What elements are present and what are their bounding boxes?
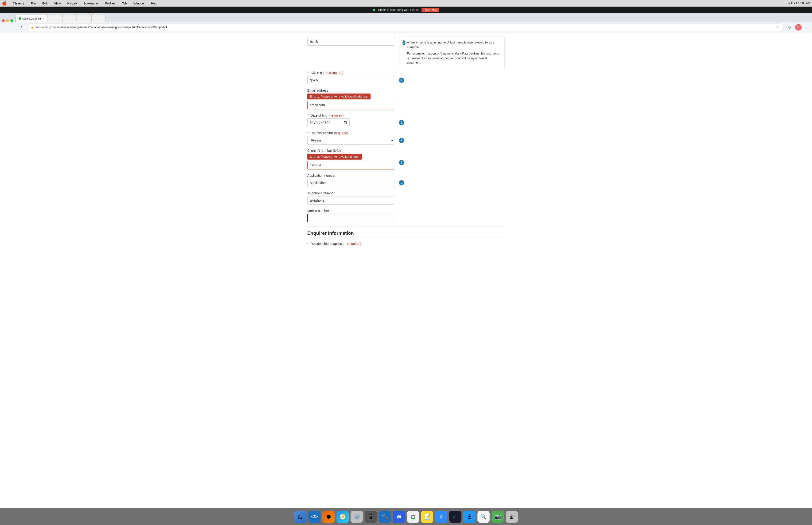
dock-safari[interactable]: 🧭 bbox=[336, 511, 349, 523]
menubar-history[interactable]: History bbox=[66, 1, 78, 6]
country-required-text: (required) bbox=[334, 131, 348, 135]
country-help-icon[interactable]: ? bbox=[399, 138, 404, 143]
dock-zoom[interactable]: Z bbox=[435, 511, 447, 523]
mobile-label-text: Mobile number bbox=[307, 209, 329, 213]
tab-3[interactable] bbox=[62, 15, 76, 22]
dock-word[interactable]: W bbox=[393, 511, 405, 523]
menubar-right: Tue Apr 16 6:05 AM bbox=[785, 2, 810, 5]
dock-search[interactable]: 🔍 bbox=[477, 511, 490, 523]
menubar-view[interactable]: View bbox=[52, 1, 62, 6]
extensions-icon[interactable]: ⬡ bbox=[786, 24, 793, 31]
family-name-input[interactable] bbox=[307, 37, 394, 46]
dock-finder-icon: 🗂 bbox=[297, 513, 303, 520]
menubar-bookmarks[interactable]: Bookmarks bbox=[82, 1, 100, 6]
client-id-field-container: Client ID number (UCI) Error 2: Please e… bbox=[307, 149, 394, 169]
dob-input-container bbox=[307, 118, 394, 127]
menubar-chrome[interactable]: Chrome bbox=[11, 1, 26, 6]
app-number-help-icon[interactable]: ? bbox=[399, 180, 404, 185]
tab-2[interactable] bbox=[48, 15, 62, 22]
dock-vscode[interactable]: </> bbox=[308, 511, 321, 523]
mobile-label: Mobile number bbox=[307, 209, 394, 213]
family-name-field-container bbox=[307, 37, 394, 68]
country-label-text: Country of birth bbox=[310, 131, 333, 135]
dob-help-container: ? bbox=[399, 114, 505, 127]
back-button[interactable]: ‹ bbox=[2, 24, 9, 31]
bookmark-icon[interactable]: ☆ bbox=[775, 25, 780, 30]
email-label: Email address bbox=[307, 89, 394, 92]
country-select[interactable]: Russia Canada United States United Kingd… bbox=[307, 136, 394, 145]
app-number-input[interactable] bbox=[307, 179, 394, 187]
country-row: * Country of birth (required) Russia Can… bbox=[307, 131, 505, 145]
apple-menu[interactable]: 🍎 bbox=[2, 1, 6, 6]
addressbar-actions: ☆ bbox=[775, 25, 780, 30]
family-name-row: ? A family name is a last name. A last n… bbox=[307, 37, 505, 68]
telephone-label: Telephone number bbox=[307, 191, 394, 195]
dock-camo[interactable]: 📷 bbox=[491, 511, 504, 523]
dob-input[interactable] bbox=[307, 118, 350, 127]
given-name-label: * Given name (required) bbox=[307, 71, 394, 75]
dock-simulator[interactable]: 📱 bbox=[365, 511, 377, 523]
active-tab[interactable]: secure.cic.gc.ca ✕ bbox=[16, 15, 47, 22]
more-menu-button[interactable]: ⋮ bbox=[803, 24, 810, 31]
enquirer-section: Enquirer Information bbox=[307, 227, 505, 238]
dock-launchpad[interactable]: ⬢ bbox=[322, 511, 335, 523]
tabs-row: secure.cic.gc.ca ✕ + bbox=[0, 13, 812, 22]
stop-share-button[interactable]: Stop Share bbox=[422, 8, 439, 12]
email-error-banner: Error 1: Please enter a valid email addr… bbox=[307, 93, 370, 100]
family-name-help-icon[interactable]: ? bbox=[402, 40, 405, 45]
dock-trash[interactable]: 🗑 bbox=[506, 511, 518, 523]
relationship-label: * Relationship to applicant (required) bbox=[307, 242, 394, 245]
given-name-field-container: * Given name (required) bbox=[307, 71, 394, 84]
menubar-profiles[interactable]: Profiles bbox=[104, 1, 117, 6]
relationship-required-text: (required) bbox=[347, 242, 362, 245]
traffic-light-green[interactable] bbox=[10, 19, 13, 22]
profile-avatar[interactable]: R bbox=[795, 24, 802, 31]
addressbar[interactable]: 🔒 secure.cic.gc.ca/enquiries-renseigneme… bbox=[27, 24, 784, 31]
client-id-label-text: Client ID number (UCI) bbox=[307, 149, 341, 152]
refresh-button[interactable]: ↻ bbox=[19, 24, 25, 31]
client-id-input[interactable] bbox=[307, 161, 394, 169]
dock-chrome[interactable] bbox=[407, 511, 419, 523]
dob-help-icon[interactable]: ? bbox=[399, 120, 404, 125]
email-input[interactable] bbox=[307, 101, 394, 109]
given-name-label-text: Given name bbox=[310, 71, 328, 75]
screenshare-dot bbox=[373, 9, 375, 11]
menubar-edit[interactable]: Edit bbox=[41, 1, 49, 6]
dock-files[interactable]: 🗄 bbox=[463, 511, 476, 523]
menubar-tab[interactable]: Tab bbox=[121, 1, 128, 6]
forward-button[interactable]: › bbox=[10, 24, 17, 31]
app-number-help-container: ? bbox=[399, 174, 505, 187]
dock-finder[interactable]: 🗂 bbox=[294, 511, 306, 523]
menubar-window[interactable]: Window bbox=[132, 1, 146, 6]
mobile-input[interactable] bbox=[307, 214, 394, 222]
dock-xcode-icon: 🔨 bbox=[382, 514, 388, 520]
telephone-input[interactable] bbox=[307, 196, 394, 205]
menubar-help[interactable]: Help bbox=[150, 1, 159, 6]
dock-notes[interactable]: 📝 bbox=[421, 511, 433, 523]
client-id-help-icon[interactable]: ? bbox=[399, 160, 404, 165]
family-name-help-box: ? A family name is a last name. A last n… bbox=[399, 37, 505, 68]
relationship-row: * Relationship to applicant (required) bbox=[307, 242, 505, 247]
addressbar-row: ‹ › ↻ 🔒 secure.cic.gc.ca/enquiries-rense… bbox=[0, 22, 812, 32]
traffic-light-red[interactable] bbox=[2, 19, 5, 22]
stop-share-label: Stop Share bbox=[424, 9, 437, 11]
tab-close-btn[interactable]: ✕ bbox=[42, 17, 44, 20]
app-number-label-text: Application number bbox=[307, 174, 336, 177]
tab-5[interactable] bbox=[91, 15, 106, 22]
new-tab-button[interactable]: + bbox=[108, 18, 110, 22]
dock-notes-icon: 📝 bbox=[424, 514, 430, 520]
country-field-container: * Country of birth (required) Russia Can… bbox=[307, 131, 394, 145]
dob-field-container: * Date of birth (required) bbox=[307, 114, 394, 127]
enquirer-heading: Enquirer Information bbox=[307, 230, 505, 238]
menubar-file[interactable]: File bbox=[29, 1, 37, 6]
dock-xcode[interactable]: 🔨 bbox=[379, 511, 391, 523]
given-name-help-icon[interactable]: ? bbox=[399, 77, 404, 83]
dob-star: * bbox=[307, 114, 308, 117]
traffic-light-yellow[interactable] bbox=[6, 19, 9, 22]
dock-terminal[interactable]: >_ bbox=[449, 511, 461, 523]
email-label-text: Email address bbox=[307, 89, 328, 92]
family-name-help-container: ? A family name is a last name. A last n… bbox=[399, 37, 505, 68]
tab-4[interactable] bbox=[77, 15, 91, 22]
dock-preferences[interactable]: ⚙️ bbox=[351, 511, 363, 523]
given-name-input[interactable] bbox=[307, 76, 394, 84]
